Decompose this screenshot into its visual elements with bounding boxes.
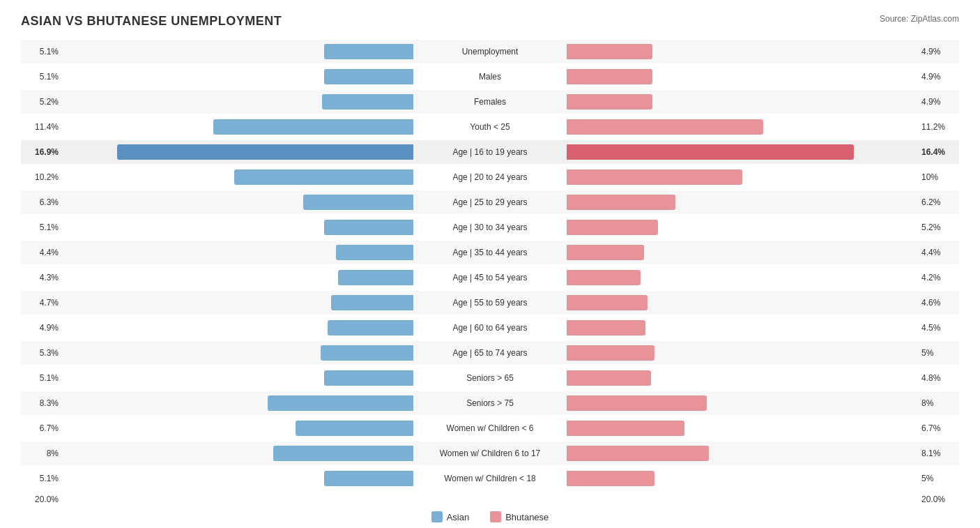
left-value: 5.3% — [21, 348, 63, 358]
right-bar-container — [567, 220, 917, 235]
row-label: Age | 20 to 24 years — [413, 172, 567, 182]
bar-area: 4.3% Age | 45 to 54 years 4.2% — [21, 266, 959, 289]
chart-row: 5.1% Males 4.9% — [21, 65, 959, 89]
right-bar — [567, 220, 658, 235]
left-value: 6.3% — [21, 197, 63, 207]
left-value: 11.4% — [21, 122, 63, 132]
left-bar — [328, 320, 413, 335]
chart-row: 8% Women w/ Children 6 to 17 8.1% — [21, 442, 959, 465]
right-value: 4.4% — [917, 248, 959, 257]
left-bar — [234, 169, 413, 185]
left-bar-container — [63, 119, 413, 135]
left-bar — [338, 270, 413, 285]
right-bar-container — [567, 370, 917, 386]
row-label: Women w/ Children < 18 — [413, 474, 567, 483]
right-value: 4.8% — [917, 373, 959, 383]
right-value: 4.9% — [917, 97, 959, 107]
bar-area: 6.7% Women w/ Children < 6 6.7% — [21, 416, 959, 440]
chart-row: 5.3% Age | 65 to 74 years 5% — [21, 341, 959, 365]
left-bar-container — [63, 195, 413, 210]
bar-area: 4.4% Age | 35 to 44 years 4.4% — [21, 241, 959, 264]
right-bar — [567, 94, 652, 110]
left-bar — [324, 69, 413, 84]
right-value: 11.2% — [917, 122, 959, 132]
axis-row: 20.0% 20.0% — [21, 495, 959, 504]
row-label: Age | 65 to 74 years — [413, 348, 567, 358]
row-label: Age | 30 to 34 years — [413, 222, 567, 232]
left-value: 5.2% — [21, 97, 63, 107]
row-label: Women w/ Children 6 to 17 — [413, 448, 567, 458]
axis-left-value: 20.0% — [21, 495, 63, 504]
right-value: 4.2% — [917, 273, 959, 282]
left-bar — [268, 395, 413, 411]
left-bar-container — [63, 345, 413, 361]
left-bar — [331, 295, 413, 310]
chart-row: 10.2% Age | 20 to 24 years 10% — [21, 165, 959, 189]
right-bar-container — [567, 471, 917, 486]
left-value: 16.9% — [21, 147, 63, 157]
row-label: Males — [413, 72, 567, 82]
legend-asian-icon — [431, 511, 443, 522]
bar-area: 4.9% Age | 60 to 64 years 4.5% — [21, 316, 959, 340]
chart-row: 5.1% Women w/ Children < 18 5% — [21, 467, 959, 490]
bar-area: 5.1% Males 4.9% — [21, 65, 959, 89]
row-label: Seniors > 65 — [413, 373, 567, 383]
chart-container: ASIAN VS BHUTANESE UNEMPLOYMENT Source: … — [0, 0, 980, 528]
right-value: 5.2% — [917, 222, 959, 232]
left-bar — [303, 195, 413, 210]
left-bar-container — [63, 69, 413, 84]
right-value: 4.9% — [917, 47, 959, 56]
chart-row: 11.4% Youth < 25 11.2% — [21, 115, 959, 139]
right-bar-container — [567, 169, 917, 185]
left-bar — [321, 345, 413, 361]
row-label: Youth < 25 — [413, 122, 567, 132]
right-value: 4.9% — [917, 72, 959, 82]
left-bar-container — [63, 245, 413, 260]
left-bar-container — [63, 144, 413, 160]
row-label: Age | 25 to 29 years — [413, 197, 567, 207]
left-bar-container — [63, 295, 413, 310]
legend-asian-label: Asian — [447, 512, 470, 522]
left-bar — [324, 370, 413, 386]
chart-row: 5.2% Females 4.9% — [21, 90, 959, 114]
right-bar — [567, 195, 675, 210]
left-value: 8.3% — [21, 398, 63, 408]
chart-row: 6.7% Women w/ Children < 6 6.7% — [21, 416, 959, 440]
chart-row: 4.9% Age | 60 to 64 years 4.5% — [21, 316, 959, 340]
right-bar-container — [567, 345, 917, 361]
chart-row: 8.3% Seniors > 75 8% — [21, 391, 959, 415]
row-label: Females — [413, 97, 567, 107]
right-bar — [567, 370, 651, 386]
right-bar — [567, 44, 652, 59]
right-bar-container — [567, 446, 917, 461]
left-bar-container — [63, 44, 413, 59]
bar-area: 8.3% Seniors > 75 8% — [21, 391, 959, 415]
legend-bhutanese-label: Bhutanese — [505, 512, 549, 522]
row-label: Unemployment — [413, 47, 567, 56]
chart-row: 4.4% Age | 35 to 44 years 4.4% — [21, 241, 959, 264]
left-bar — [324, 220, 413, 235]
right-bar-container — [567, 119, 917, 135]
right-bar — [567, 421, 684, 436]
legend-asian: Asian — [431, 511, 470, 522]
bar-area: 5.1% Women w/ Children < 18 5% — [21, 467, 959, 490]
bar-area: 5.2% Females 4.9% — [21, 90, 959, 114]
left-bar-container — [63, 320, 413, 335]
bar-area: 5.3% Age | 65 to 74 years 5% — [21, 341, 959, 365]
left-value: 5.1% — [21, 373, 63, 383]
chart-row: 6.3% Age | 25 to 29 years 6.2% — [21, 190, 959, 214]
right-bar — [567, 446, 709, 461]
right-value: 16.4% — [917, 147, 959, 157]
chart-source: Source: ZipAtlas.com — [880, 14, 959, 24]
left-value: 4.9% — [21, 323, 63, 333]
row-label: Age | 45 to 54 years — [413, 273, 567, 282]
right-bar-container — [567, 270, 917, 285]
left-value: 5.1% — [21, 47, 63, 56]
left-bar — [296, 421, 413, 436]
chart-row: 4.7% Age | 55 to 59 years 4.6% — [21, 291, 959, 315]
left-bar-container — [63, 421, 413, 436]
left-bar — [213, 119, 413, 135]
bar-area: 11.4% Youth < 25 11.2% — [21, 115, 959, 139]
row-label: Women w/ Children < 6 — [413, 423, 567, 433]
right-value: 6.2% — [917, 197, 959, 207]
